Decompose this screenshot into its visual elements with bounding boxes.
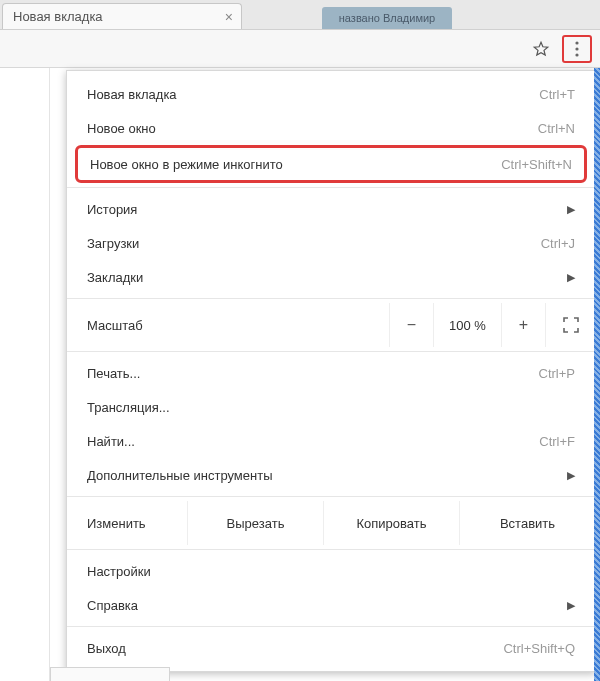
menu-item-downloads[interactable]: Загрузки Ctrl+J: [67, 226, 595, 260]
menu-label: Выход: [87, 641, 126, 656]
zoom-out-button[interactable]: −: [389, 303, 433, 347]
menu-label: Справка: [87, 598, 138, 613]
menu-item-incognito[interactable]: Новое окно в режиме инкогнито Ctrl+Shift…: [75, 145, 587, 183]
separator: [67, 351, 595, 352]
menu-wrap: Новая вкладка Ctrl+T Новое окно Ctrl+N Н…: [50, 68, 600, 681]
menu-label: Загрузки: [87, 236, 139, 251]
shortcut: Ctrl+P: [539, 366, 575, 381]
menu-item-zoom: Масштаб − 100 % +: [67, 303, 595, 347]
menu-label: Новое окно в режиме инкогнито: [90, 157, 283, 172]
browser-tab[interactable]: Новая вкладка ×: [2, 3, 242, 29]
minus-icon: −: [407, 316, 416, 334]
shortcut: Ctrl+Shift+N: [501, 157, 572, 172]
zoom-in-button[interactable]: +: [501, 303, 545, 347]
submenu-arrow-icon: ▶: [567, 203, 575, 216]
menu-label: История: [87, 202, 137, 217]
menu-label: Закладки: [87, 270, 143, 285]
menu-item-edit: Изменить Вырезать Копировать Вставить: [67, 501, 595, 545]
menu-label: Найти...: [87, 434, 135, 449]
svg-point-1: [575, 47, 578, 50]
copy-button[interactable]: Копировать: [323, 501, 459, 545]
page-gutter: [0, 68, 50, 681]
submenu-arrow-icon: ▶: [567, 599, 575, 612]
zoom-label: Масштаб: [67, 318, 389, 333]
paste-button[interactable]: Вставить: [459, 501, 595, 545]
shortcut: Ctrl+J: [541, 236, 575, 251]
zoom-controls: − 100 % +: [389, 303, 595, 347]
svg-point-0: [575, 41, 578, 44]
btn-label: Вырезать: [227, 516, 285, 531]
window-edge: [594, 68, 600, 681]
menu-label: Печать...: [87, 366, 140, 381]
menu-item-more-tools[interactable]: Дополнительные инструменты ▶: [67, 458, 595, 492]
separator: [67, 298, 595, 299]
btn-label: Копировать: [357, 516, 427, 531]
background-tab[interactable]: названо Владимир: [322, 7, 452, 29]
shortcut: Ctrl+Shift+Q: [503, 641, 575, 656]
submenu-arrow-icon: ▶: [567, 469, 575, 482]
menu-item-settings[interactable]: Настройки: [67, 554, 595, 588]
tab-strip: Новая вкладка × названо Владимир: [0, 0, 600, 30]
menu-label: Новое окно: [87, 121, 156, 136]
plus-icon: +: [519, 316, 528, 334]
zoom-value: 100 %: [433, 303, 501, 347]
bg-tab-title: названо Владимир: [339, 12, 435, 24]
menu-item-bookmarks[interactable]: Закладки ▶: [67, 260, 595, 294]
separator: [67, 549, 595, 550]
svg-point-2: [575, 53, 578, 56]
shortcut: Ctrl+T: [539, 87, 575, 102]
btn-label: Вставить: [500, 516, 555, 531]
separator: [67, 626, 595, 627]
fullscreen-icon: [562, 316, 580, 334]
menu-item-exit[interactable]: Выход Ctrl+Shift+Q: [67, 631, 595, 665]
shortcut: Ctrl+N: [538, 121, 575, 136]
menu-item-cast[interactable]: Трансляция...: [67, 390, 595, 424]
separator: [67, 496, 595, 497]
menu-item-help[interactable]: Справка ▶: [67, 588, 595, 622]
tab-title: Новая вкладка: [13, 9, 103, 24]
menu-item-new-window[interactable]: Новое окно Ctrl+N: [67, 111, 595, 145]
shortcut: Ctrl+F: [539, 434, 575, 449]
menu-label: Новая вкладка: [87, 87, 177, 102]
main-menu-dropdown: Новая вкладка Ctrl+T Новое окно Ctrl+N Н…: [66, 70, 596, 672]
menu-label: Трансляция...: [87, 400, 170, 415]
bookmark-star-icon[interactable]: [526, 35, 556, 63]
menu-item-history[interactable]: История ▶: [67, 192, 595, 226]
menu-label: Настройки: [87, 564, 151, 579]
kebab-menu-icon[interactable]: [562, 35, 592, 63]
close-icon[interactable]: ×: [225, 10, 233, 24]
cut-button[interactable]: Вырезать: [187, 501, 323, 545]
menu-label: Дополнительные инструменты: [87, 468, 273, 483]
edit-label: Изменить: [67, 501, 187, 545]
menu-item-new-tab[interactable]: Новая вкладка Ctrl+T: [67, 77, 595, 111]
toolbar: [0, 30, 600, 68]
bottom-panel-stub: [50, 667, 170, 681]
separator: [67, 187, 595, 188]
content-area: Новая вкладка Ctrl+T Новое окно Ctrl+N Н…: [0, 68, 600, 681]
menu-item-find[interactable]: Найти... Ctrl+F: [67, 424, 595, 458]
menu-item-print[interactable]: Печать... Ctrl+P: [67, 356, 595, 390]
fullscreen-button[interactable]: [545, 303, 595, 347]
submenu-arrow-icon: ▶: [567, 271, 575, 284]
